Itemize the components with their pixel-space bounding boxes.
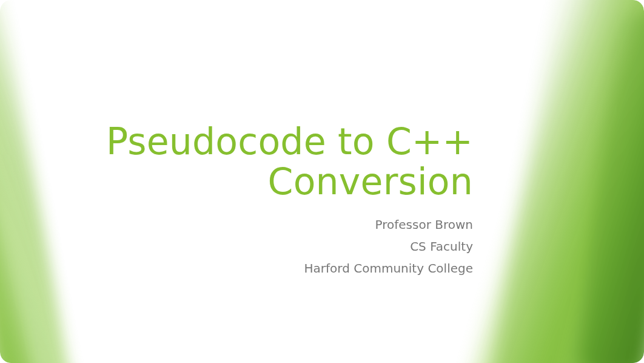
slide-title: Pseudocode to C++ Conversion <box>85 121 473 202</box>
department-line: CS Faculty <box>85 237 473 256</box>
author-line: Professor Brown <box>85 215 473 234</box>
institution-line: Harford Community College <box>85 259 473 278</box>
decorative-right-accent <box>462 0 644 363</box>
decorative-left-accent <box>0 0 55 363</box>
slide-content: Pseudocode to C++ Conversion Professor B… <box>85 121 473 280</box>
slide-subtitle-block: Professor Brown CS Faculty Harford Commu… <box>85 215 473 278</box>
slide-container: Pseudocode to C++ Conversion Professor B… <box>0 0 644 363</box>
